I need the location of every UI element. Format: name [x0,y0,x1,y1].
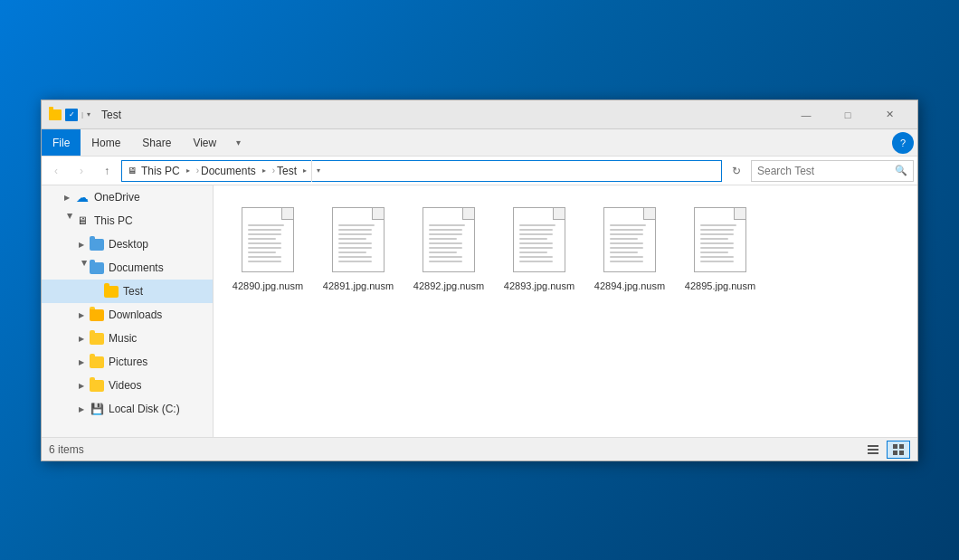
path-dropdown-2[interactable]: ▸ [299,162,311,180]
svg-rect-2 [868,452,878,454]
file-icon [423,207,475,272]
chevron-icon: ▶ [74,355,89,369]
file-name: 42895.jpg.nusm [685,280,755,292]
file-lines [514,224,565,262]
title-bar: ✓ | ▾ Test — □ ✕ [42,100,917,129]
folder-icon [89,260,105,276]
file-icon-container [327,204,390,276]
sidebar-item-music[interactable]: ▶ Music [42,327,213,350]
file-item[interactable]: 42894.jpg.nusm [589,199,670,297]
file-icon [513,207,565,272]
address-dropdown[interactable]: ▾ [311,160,324,182]
sidebar-item-this-pc[interactable]: ▶ 🖥 This PC [42,209,213,233]
file-icon-container [598,204,661,276]
close-button[interactable]: ✕ [869,100,910,129]
minimize-button[interactable]: — [785,100,827,129]
chevron-icon: ▶ [74,402,89,416]
file-name: 42893.jpg.nusm [504,280,574,292]
sidebar-label: Desktop [109,238,148,251]
menu-bar: File Home Share View ▾ ? [42,129,917,157]
sidebar-item-pictures[interactable]: ▶ Pictures [42,350,213,374]
up-button[interactable]: ↑ [96,160,118,182]
path-sep-2: › [272,166,275,176]
sidebar-label: Videos [109,379,141,392]
file-item[interactable]: 42890.jpg.nusm [227,199,309,297]
file-explorer-window: ✓ | ▾ Test — □ ✕ File Home Share View ▾ … [41,100,918,461]
file-lines [333,224,384,262]
svg-rect-4 [899,444,904,449]
path-this-pc[interactable]: 🖥 This PC ▸ [128,162,195,180]
window-title: Test [101,109,785,121]
file-item[interactable]: 42893.jpg.nusm [498,199,580,297]
maximize-button[interactable]: □ [827,100,869,129]
chevron-icon: ▶ [60,214,74,228]
sidebar-label: OneDrive [94,191,140,204]
folder-icon [89,330,105,346]
file-name: 42892.jpg.nusm [413,280,484,292]
sidebar-label: Pictures [109,356,147,368]
file-icon [332,207,385,272]
file-icon-container [236,204,299,276]
menu-tab-file[interactable]: File [42,129,81,156]
folder-icon-small [49,109,62,120]
sidebar-item-documents[interactable]: ▶ Documents [42,256,213,280]
dropdown-arrow[interactable]: ▾ [87,110,90,119]
file-name: 42891.jpg.nusm [323,280,394,292]
sidebar-item-local-disk[interactable]: ▶ 💾 Local Disk (C:) [42,397,213,421]
file-item[interactable]: 42891.jpg.nusm [318,199,399,297]
search-icon[interactable]: 🔍 [895,165,907,176]
forward-button[interactable]: › [71,160,92,182]
file-lines [242,224,293,262]
ribbon-expand-button[interactable]: ▾ [227,132,249,154]
details-view-button[interactable] [861,441,885,459]
address-path[interactable]: 🖥 This PC ▸ › Documents ▸ › Test ▸ ▾ [121,160,722,182]
file-name: 42894.jpg.nusm [594,280,665,292]
view-buttons [861,441,910,459]
main-content: ▶ ☁ OneDrive ▶ 🖥 This PC ▶ Deskt [42,185,917,437]
address-bar: ‹ › ↑ 🖥 This PC ▸ › Documents ▸ › Test ▸… [42,157,917,185]
files-grid: 42890.jpg.nusm 42891.jpg.nusm 42892.jpg.… [223,195,908,301]
folder-icon [89,377,105,394]
path-dropdown-1[interactable]: ▸ [258,162,271,180]
chevron-icon: ▶ [74,331,89,346]
sidebar-label: This PC [94,214,133,227]
sidebar-label: Local Disk (C:) [109,403,180,415]
sidebar-item-test[interactable]: Test [42,280,213,303]
svg-rect-0 [868,445,878,447]
file-item[interactable]: 42895.jpg.nusm [679,199,761,297]
large-icon-view-icon [892,443,905,456]
file-item[interactable]: 42892.jpg.nusm [408,199,489,297]
path-documents[interactable]: Documents ▸ [201,162,271,180]
menu-tab-view[interactable]: View [182,129,227,156]
menu-tab-share[interactable]: Share [131,129,182,156]
sidebar-item-onedrive[interactable]: ▶ ☁ OneDrive [42,185,213,209]
sidebar-item-downloads[interactable]: ▶ Downloads [42,303,213,327]
sidebar-item-videos[interactable]: ▶ Videos [42,374,213,397]
path-dropdown-0[interactable]: ▸ [182,162,195,180]
help-button[interactable]: ? [892,132,914,154]
sidebar: ▶ ☁ OneDrive ▶ 🖥 This PC ▶ Deskt [42,185,214,437]
sidebar-item-desktop[interactable]: ▶ Desktop [42,233,213,256]
window-controls: — □ ✕ [785,100,910,129]
menu-tab-home[interactable]: Home [81,129,131,156]
quick-access-icon: ✓ [65,109,78,121]
folder-icon [89,236,105,252]
back-button[interactable]: ‹ [45,160,67,182]
svg-rect-3 [893,444,897,449]
large-icon-view-button[interactable] [887,441,910,459]
sidebar-label: Test [123,285,143,298]
path-test[interactable]: Test ▸ [277,162,311,180]
svg-rect-5 [893,451,897,455]
drive-icon: 💾 [89,401,105,417]
svg-rect-6 [899,451,904,455]
refresh-button[interactable]: ↻ [726,160,747,182]
folder-icon [89,307,105,323]
file-lines [695,224,745,262]
file-icon [242,207,294,272]
status-bar: 6 items [42,437,917,460]
details-view-icon [867,443,879,456]
sidebar-label: Documents [109,261,164,274]
path-sep-1: › [196,166,199,176]
search-input[interactable] [757,165,895,177]
folder-icon [103,283,119,299]
